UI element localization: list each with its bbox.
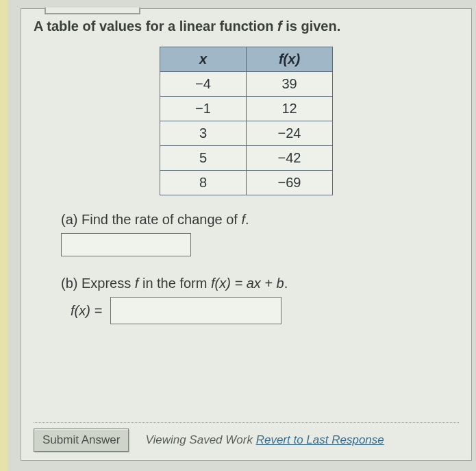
part-b-form: f(x) = ax + b <box>211 276 284 291</box>
part-b-mid: in the form <box>138 276 211 291</box>
prompt-suffix: is given. <box>282 19 341 34</box>
table-row: −1 12 <box>160 97 333 121</box>
cell-fx: 39 <box>247 72 333 97</box>
table-row: 5 −42 <box>160 146 333 171</box>
left-margin-stripe <box>0 0 19 471</box>
values-table: x f(x) −4 39 −1 12 3 −24 5 −42 8 <box>160 47 333 195</box>
table-header-row: x f(x) <box>160 47 333 72</box>
saved-work-notice: Viewing Saved Work Revert to Last Respon… <box>145 433 384 447</box>
part-b-prefix: (b) Express <box>61 276 135 291</box>
part-a-label: (a) Find the rate of change of f. <box>61 212 459 228</box>
saved-work-prefix: Viewing Saved Work <box>145 433 255 446</box>
table-row: 3 −24 <box>160 121 333 146</box>
cell-fx: −69 <box>247 171 333 195</box>
table-row: −4 39 <box>160 72 333 97</box>
part-b-label: (b) Express f in the form f(x) = ax + b. <box>61 276 459 291</box>
cell-x: −1 <box>160 97 247 121</box>
col-header-x: x <box>160 47 247 72</box>
cell-fx: 12 <box>247 97 333 121</box>
cell-fx: −24 <box>247 121 333 146</box>
problem-prompt: A table of values for a linear function … <box>34 19 459 34</box>
cell-x: −4 <box>160 72 247 97</box>
cell-fx: −42 <box>247 146 333 171</box>
part-b-equation-line: f(x) = <box>71 297 459 324</box>
table-row: 8 −69 <box>160 171 333 195</box>
cell-x: 8 <box>160 171 247 195</box>
revert-link[interactable]: Revert to Last Response <box>256 433 384 446</box>
prompt-prefix: A table of values for a linear function <box>34 19 277 34</box>
problem-container: A table of values for a linear function … <box>21 8 472 461</box>
part-b: (b) Express f in the form f(x) = ax + b.… <box>61 276 459 324</box>
part-a-suffix: . <box>245 212 249 227</box>
part-b-suffix: . <box>284 276 288 291</box>
prompt-fvar: f <box>277 19 282 34</box>
cell-x: 3 <box>160 121 247 146</box>
footer-bar: Submit Answer Viewing Saved Work Revert … <box>34 422 459 452</box>
part-a-prefix: (a) Find the rate of change of <box>61 212 242 227</box>
col-header-fx: f(x) <box>247 47 333 72</box>
part-a-answer-input[interactable] <box>61 233 191 256</box>
part-b-lhs: f(x) = <box>71 303 102 319</box>
tab-stub <box>45 8 140 14</box>
cell-x: 5 <box>160 146 247 171</box>
submit-answer-button[interactable]: Submit Answer <box>34 428 129 452</box>
part-a: (a) Find the rate of change of f. <box>61 212 459 256</box>
part-b-answer-input[interactable] <box>110 297 281 324</box>
